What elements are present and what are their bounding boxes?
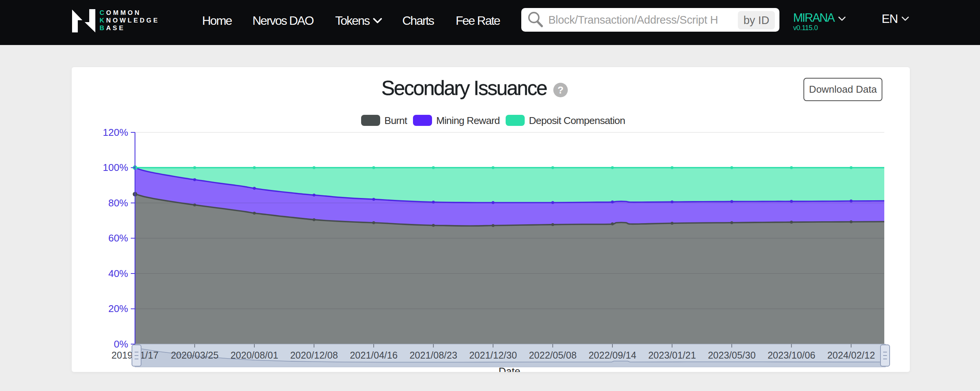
svg-text:2023/05/30: 2023/05/30 [708, 350, 755, 360]
svg-text:80%: 80% [108, 197, 128, 209]
svg-text:2024/02/12: 2024/02/12 [827, 350, 875, 360]
svg-text:2020/03/25: 2020/03/25 [171, 350, 218, 360]
svg-text:2021/04/16: 2021/04/16 [350, 350, 397, 360]
svg-text:2021/08/23: 2021/08/23 [410, 350, 457, 360]
svg-text:2021/12/30: 2021/12/30 [469, 350, 517, 360]
svg-text:2022/05/08: 2022/05/08 [529, 350, 577, 360]
svg-text:2020/08/01: 2020/08/01 [230, 350, 278, 360]
svg-text:2023/01/21: 2023/01/21 [648, 350, 696, 360]
svg-text:20%: 20% [108, 303, 128, 314]
svg-text:120%: 120% [103, 127, 129, 138]
svg-text:Date: Date [498, 366, 520, 372]
svg-text:2022/09/14: 2022/09/14 [588, 350, 636, 360]
svg-text:60%: 60% [108, 232, 128, 244]
svg-text:0%: 0% [114, 338, 128, 350]
svg-text:100%: 100% [103, 162, 129, 173]
svg-text:40%: 40% [108, 268, 128, 279]
svg-text:2023/10/06: 2023/10/06 [768, 350, 815, 360]
svg-text:2020/12/08: 2020/12/08 [290, 350, 338, 360]
